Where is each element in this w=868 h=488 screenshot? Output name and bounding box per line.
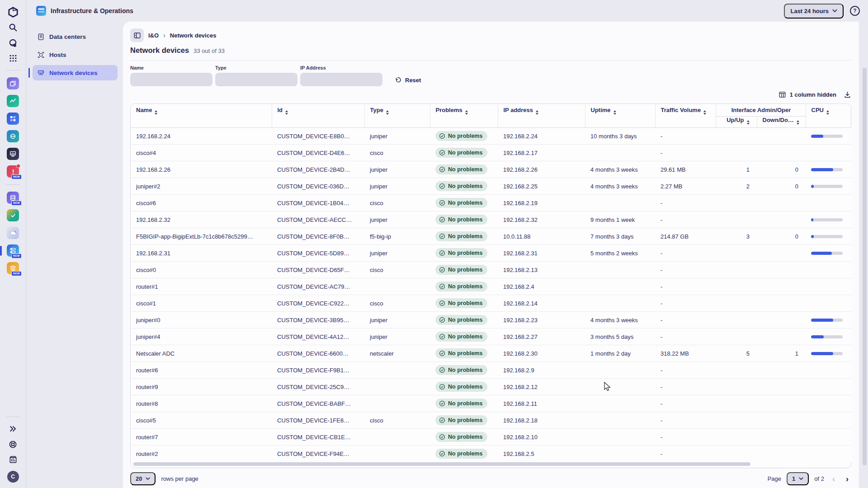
table-row[interactable]: 192.168.2.24 CUSTOM_DEVICE-E8B0… juniper… bbox=[131, 128, 851, 145]
download-button[interactable] bbox=[844, 91, 851, 99]
cell-type bbox=[364, 362, 430, 379]
cell-id: CUSTOM_DEVICE-AECC… bbox=[272, 211, 364, 228]
problems-badge-label: No problems bbox=[448, 250, 482, 256]
sidebar-item-hosts[interactable]: Hosts bbox=[33, 47, 118, 62]
vertical-scrollbar-thumb[interactable] bbox=[863, 68, 867, 465]
cpu-usage-fill bbox=[811, 168, 833, 171]
collapse-sidebar-button[interactable] bbox=[130, 28, 144, 42]
table-row[interactable]: juniper#2 CUSTOM_DEVICE-036D… juniper No… bbox=[131, 178, 851, 195]
automations-app-icon[interactable] bbox=[7, 113, 19, 125]
cell-cpu bbox=[806, 278, 851, 295]
table-row[interactable]: router#2 CUSTOM_DEVICE-F94E… No problems… bbox=[131, 446, 851, 462]
cell-downdo: 0 bbox=[757, 161, 806, 178]
ip-filter-input[interactable] bbox=[300, 73, 382, 86]
hidden-columns-button[interactable]: 1 column hidden bbox=[778, 91, 836, 99]
horizontal-scrollbar-thumb[interactable] bbox=[133, 462, 750, 466]
cell-upup bbox=[716, 412, 757, 429]
table-row[interactable]: cisco#0 CUSTOM_DEVICE-D65F… cisco No pro… bbox=[131, 262, 851, 278]
app-launcher-icon[interactable] bbox=[5, 51, 21, 66]
column-header-traffic[interactable]: Traffic Volume bbox=[655, 104, 716, 128]
table-row[interactable]: juniper#0 CUSTOM_DEVICE-3B95… juniper No… bbox=[131, 312, 851, 328]
column-header-ip[interactable]: IP address bbox=[498, 104, 585, 128]
cell-id: CUSTOM_DEVICE-BABF… bbox=[272, 395, 364, 412]
infrastructure-operations-app-icon[interactable]: NEW bbox=[7, 244, 19, 257]
account-avatar[interactable]: C bbox=[7, 471, 19, 483]
davis-copilot-icon[interactable] bbox=[5, 35, 21, 51]
column-header-problems[interactable]: Problems bbox=[430, 104, 498, 128]
table-row[interactable]: router#1 CUSTOM_DEVICE-AC79… No problems… bbox=[131, 278, 851, 295]
support-icon[interactable] bbox=[5, 436, 21, 452]
no-problems-badge: No problems bbox=[435, 415, 487, 425]
page-selector[interactable]: 1 bbox=[787, 472, 809, 485]
network-devices-table: Name Id Type Problems IP address Uptime … bbox=[130, 103, 851, 468]
column-header-upup[interactable]: Up/Up bbox=[716, 117, 757, 128]
cell-id: CUSTOM_DEVICE-F94E… bbox=[272, 446, 364, 462]
database-app-icon[interactable]: NEW bbox=[7, 192, 19, 204]
breadcrumb-current: Network devices bbox=[170, 32, 217, 39]
cell-uptime bbox=[585, 145, 655, 161]
column-header-downdo[interactable]: Down/Do… bbox=[757, 117, 806, 128]
usage-icon[interactable] bbox=[5, 452, 21, 467]
cell-downdo bbox=[757, 262, 806, 278]
clouds-app-icon[interactable] bbox=[7, 77, 19, 89]
topbar: Infrastructure & Operations Last 24 hour… bbox=[26, 0, 868, 22]
table-row[interactable]: Netscaler ADC CUSTOM_DEVICE-6600… netsca… bbox=[131, 345, 851, 362]
dynatrace-logo-icon[interactable] bbox=[5, 5, 21, 20]
table-row[interactable]: 192.168.2.32 CUSTOM_DEVICE-AECC… juniper… bbox=[131, 211, 851, 228]
problems-app-icon[interactable]: NEW bbox=[7, 165, 19, 178]
column-header-id[interactable]: Id bbox=[272, 104, 364, 128]
dashboards-app-icon[interactable] bbox=[7, 148, 19, 160]
synthetic-app-icon[interactable] bbox=[7, 209, 19, 221]
table-row[interactable]: cisco#4 CUSTOM_DEVICE-D4E6… cisco No pro… bbox=[131, 145, 851, 161]
cell-id: CUSTOM_DEVICE-E8B0… bbox=[272, 128, 364, 145]
rows-per-page-selector[interactable]: 20 bbox=[130, 472, 156, 485]
cell-ip: 192.168.2.30 bbox=[498, 345, 585, 362]
breadcrumb-root[interactable]: I&O bbox=[148, 32, 159, 39]
expand-rail-icon[interactable] bbox=[5, 421, 21, 436]
next-page-button[interactable]: › bbox=[843, 475, 851, 483]
help-icon[interactable]: ? bbox=[850, 6, 860, 16]
sort-icon bbox=[703, 110, 706, 115]
search-icon[interactable] bbox=[5, 20, 21, 35]
table-row[interactable]: 192.168.2.26 CUSTOM_DEVICE-2B4D… juniper… bbox=[131, 161, 851, 178]
no-problems-badge: No problems bbox=[435, 131, 487, 141]
column-header-type[interactable]: Type bbox=[364, 104, 430, 128]
column-header-uptime[interactable]: Uptime bbox=[585, 104, 655, 128]
table-row[interactable]: router#8 CUSTOM_DEVICE-BABF… No problems… bbox=[131, 395, 851, 412]
analytics-app-icon[interactable] bbox=[7, 95, 19, 107]
cell-cpu bbox=[806, 178, 851, 195]
check-circle-icon bbox=[439, 417, 445, 423]
cell-cpu bbox=[806, 412, 851, 429]
name-filter-input[interactable] bbox=[130, 73, 212, 86]
table-row[interactable]: router#6 CUSTOM_DEVICE-F9B1… No problems… bbox=[131, 362, 851, 379]
cell-name: cisco#5 bbox=[131, 412, 272, 429]
type-filter-input[interactable] bbox=[215, 73, 297, 86]
table-row[interactable]: 192.168.2.31 CUSTOM_DEVICE-5D89… juniper… bbox=[131, 245, 851, 262]
table-row[interactable]: cisco#5 CUSTOM_DEVICE-1FE6… cisco No pro… bbox=[131, 412, 851, 429]
sidebar-item-network-devices[interactable]: Network devices bbox=[33, 65, 118, 80]
cell-upup: 1 bbox=[716, 161, 757, 178]
table-row[interactable]: F5BIGIP-app-BigipExtLb-7c1c8b678c5299… C… bbox=[131, 228, 851, 245]
cell-downdo bbox=[757, 128, 806, 145]
table-row[interactable]: juniper#4 CUSTOM_DEVICE-4A12… juniper No… bbox=[131, 328, 851, 345]
logs-app-icon[interactable]: NEW bbox=[7, 262, 19, 274]
column-header-name[interactable]: Name bbox=[131, 104, 272, 128]
column-header-cpu[interactable]: CPU bbox=[806, 104, 851, 128]
previous-page-button[interactable]: ‹ bbox=[830, 475, 838, 483]
timeframe-selector[interactable]: Last 24 hours bbox=[784, 4, 844, 19]
table-row[interactable]: cisco#1 CUSTOM_DEVICE-C922… cisco No pro… bbox=[131, 295, 851, 312]
cloud-services-app-icon[interactable] bbox=[7, 227, 19, 239]
cell-name: router#6 bbox=[131, 362, 272, 379]
table-row[interactable]: router#9 CUSTOM_DEVICE-25C9… No problems… bbox=[131, 379, 851, 395]
services-app-icon[interactable] bbox=[7, 130, 19, 142]
sort-icon bbox=[386, 110, 389, 115]
table-row[interactable]: cisco#6 CUSTOM_DEVICE-1B04… cisco No pro… bbox=[131, 195, 851, 211]
table-row[interactable]: router#7 CUSTOM_DEVICE-CB1E… No problems… bbox=[131, 429, 851, 446]
active-app-indicator bbox=[0, 246, 2, 256]
filter-label-type: Type bbox=[215, 65, 297, 70]
reset-filters-button[interactable]: Reset bbox=[394, 76, 421, 84]
cell-uptime: 9 months 1 week bbox=[585, 211, 655, 228]
cell-name: Netscaler ADC bbox=[131, 345, 272, 362]
sidebar-item-data-centers[interactable]: Data centers bbox=[33, 29, 118, 44]
sidebar-item-label: Hosts bbox=[49, 52, 66, 58]
